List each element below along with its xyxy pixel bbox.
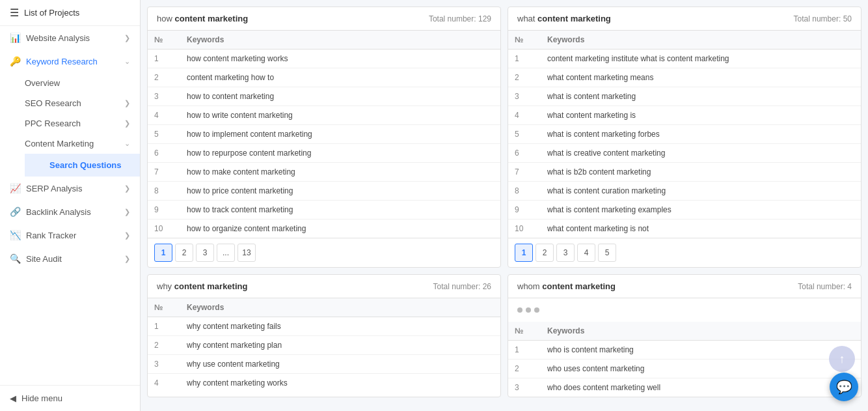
sidebar-item-rank-tracker[interactable]: 📉 Rank Tracker ❯ — [0, 223, 140, 247]
why-table: № Keywords 1why content marketing fails2… — [148, 298, 500, 392]
row-keyword: what is content marketing examples — [541, 201, 861, 220]
pagination-button[interactable]: ... — [217, 244, 235, 262]
row-keyword: who is content marketing — [541, 341, 861, 360]
loading-indicator — [508, 298, 861, 322]
row-number: 5 — [148, 125, 180, 144]
table-row: 5what is content marketing forbes — [508, 125, 861, 144]
why-panel: why content marketing Total number: 26 №… — [147, 274, 501, 397]
sidebar-item-website-analysis[interactable]: 📊 Website Analysis ❯ — [0, 26, 140, 50]
how-panel-total: Total number: 129 — [429, 14, 491, 23]
row-keyword: how to repurpose content marketing — [180, 144, 500, 163]
sidebar-item-serp-analysis[interactable]: 📈 SERP Analysis ❯ — [0, 177, 140, 200]
sidebar-item-content-marketing[interactable]: Content Marketing ⌄ — [25, 134, 140, 154]
table-row: 10what content marketing is not — [508, 220, 861, 238]
what-prefix: what — [517, 14, 537, 23]
how-col-no: № — [148, 31, 180, 50]
row-keyword: what is content marketing forbes — [541, 125, 861, 144]
how-col-kw: Keywords — [180, 31, 500, 50]
pagination-button[interactable]: 2 — [175, 244, 193, 262]
row-number: 10 — [148, 220, 180, 238]
why-panel-total: Total number: 26 — [433, 282, 491, 291]
keyword-research-submenu: Overview SEO Research ❯ PPC Research ❯ C… — [0, 73, 140, 177]
table-row: 3why use content marketing — [148, 355, 500, 374]
pagination-button[interactable]: 3 — [196, 244, 214, 262]
why-col-no: № — [148, 298, 180, 317]
row-keyword: what content marketing is not — [541, 220, 861, 238]
how-prefix: how — [157, 14, 174, 23]
row-keyword: why content marketing fails — [180, 317, 500, 336]
hide-menu-label: Hide menu — [21, 393, 62, 403]
pagination-button[interactable]: 5 — [598, 244, 616, 262]
ppc-chevron-icon: ❯ — [124, 119, 130, 128]
hide-menu-button[interactable]: ◀ Hide menu — [0, 385, 140, 411]
pagination-button[interactable]: 3 — [556, 244, 575, 262]
table-row: 2who uses content marketing — [508, 360, 861, 378]
row-keyword: content marketing how to — [180, 68, 500, 87]
pagination-button[interactable]: 13 — [237, 244, 256, 262]
table-row: 5how to implement content marketing — [148, 125, 500, 144]
pagination-button[interactable]: 1 — [515, 244, 533, 262]
row-number: 1 — [148, 317, 180, 336]
table-row: 8how to price content marketing — [148, 182, 500, 201]
table-row: 1content marketing institute what is con… — [508, 50, 861, 68]
row-number: 1 — [508, 341, 541, 360]
what-keyword: content marketing — [537, 14, 611, 23]
audit-chevron-icon: ❯ — [124, 255, 130, 263]
row-keyword: content marketing institute what is cont… — [541, 50, 861, 68]
row-number: 4 — [148, 374, 180, 393]
row-keyword: how to content marketing — [180, 87, 500, 106]
row-number: 2 — [148, 68, 180, 87]
row-number: 7 — [508, 163, 541, 182]
row-keyword: how to make content marketing — [180, 163, 500, 182]
sidebar-list-of-projects[interactable]: ☰ List of Projects — [0, 0, 140, 26]
scroll-top-button[interactable]: ↑ — [829, 346, 855, 372]
whom-col-no: № — [508, 322, 541, 341]
row-number: 3 — [148, 355, 180, 374]
list-of-projects-label: List of Projects — [24, 8, 79, 18]
pagination-button[interactable]: 1 — [154, 244, 172, 262]
sidebar: ☰ List of Projects 📊 Website Analysis ❯ … — [0, 0, 141, 411]
what-panel-header: what content marketing Total number: 50 — [508, 7, 861, 31]
row-keyword: how to track content marketing — [180, 201, 500, 220]
sidebar-item-backlink-analysis[interactable]: 🔗 Backlink Analysis ❯ — [0, 200, 140, 223]
sidebar-item-keyword-research[interactable]: 🔑 Keyword Research ⌄ — [0, 50, 140, 73]
table-row: 2what content marketing means — [508, 68, 861, 87]
how-pagination: 123...13 — [148, 238, 500, 267]
why-keyword: content marketing — [174, 281, 248, 291]
dot-2 — [526, 307, 531, 313]
scroll-top-icon: ↑ — [839, 352, 845, 366]
sidebar-item-search-questions[interactable]: Search Questions — [25, 154, 140, 177]
pagination-button[interactable]: 4 — [577, 244, 595, 262]
table-row: 4what content marketing is — [508, 106, 861, 125]
chat-button[interactable]: 💬 — [830, 373, 858, 401]
what-panel: what content marketing Total number: 50 … — [508, 7, 861, 268]
whom-panel-title: whom content marketing — [517, 281, 616, 291]
serp-icon: 📈 — [10, 183, 21, 193]
sidebar-item-seo-research[interactable]: SEO Research ❯ — [25, 93, 140, 113]
sidebar-item-site-audit[interactable]: 🔍 Site Audit ❯ — [0, 247, 140, 270]
table-row: 1who is content marketing — [508, 341, 861, 360]
row-number: 1 — [148, 50, 180, 68]
row-keyword: why content marketing works — [180, 374, 500, 393]
table-row: 4how to write content marketing — [148, 106, 500, 125]
what-col-no: № — [508, 31, 541, 50]
why-panel-header: why content marketing Total number: 26 — [148, 275, 500, 298]
website-analysis-label: Website Analysis — [26, 33, 90, 43]
row-number: 3 — [148, 87, 180, 106]
overview-label: Overview — [25, 78, 60, 88]
table-row: 8what is content curation marketing — [508, 182, 861, 201]
table-row: 4why content marketing works — [148, 374, 500, 393]
sidebar-item-ppc-research[interactable]: PPC Research ❯ — [25, 113, 140, 134]
row-number: 7 — [148, 163, 180, 182]
row-keyword: how to write content marketing — [180, 106, 500, 125]
pagination-button[interactable]: 2 — [536, 244, 554, 262]
row-keyword: what is b2b content marketing — [541, 163, 861, 182]
row-number: 4 — [148, 106, 180, 125]
table-row: 2why content marketing plan — [148, 336, 500, 355]
whom-keyword: content marketing — [542, 281, 616, 291]
row-number: 6 — [508, 144, 541, 163]
table-row: 1how content marketing works — [148, 50, 500, 68]
sidebar-item-overview[interactable]: Overview — [25, 73, 140, 93]
dot-1 — [517, 307, 522, 313]
how-panel-header: how content marketing Total number: 129 — [148, 7, 500, 31]
